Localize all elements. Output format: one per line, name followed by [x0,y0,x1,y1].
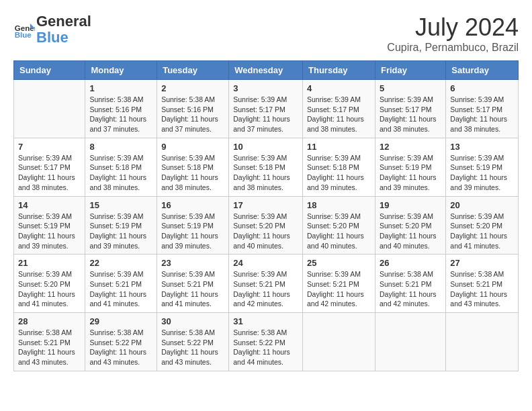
day-number: 5 [380,83,441,93]
calendar-cell: 27Sunrise: 5:38 AM Sunset: 5:21 PM Dayli… [446,255,519,313]
day-info: Sunrise: 5:39 AM Sunset: 5:21 PM Dayligh… [161,269,224,309]
day-number: 12 [380,142,441,152]
day-info: Sunrise: 5:39 AM Sunset: 5:18 PM Dayligh… [89,153,152,193]
calendar-table: SundayMondayTuesdayWednesdayThursdayFrid… [13,60,519,371]
day-info: Sunrise: 5:39 AM Sunset: 5:19 PM Dayligh… [161,212,224,251]
calendar-cell [14,80,85,138]
location: Cupira, Pernambuco, Brazil [387,42,519,54]
page-header: General Blue General Blue July 2024 Cupi… [13,13,519,54]
calendar-week-row: 21Sunrise: 5:39 AM Sunset: 5:20 PM Dayli… [14,255,519,313]
day-of-week-header: Thursday [303,61,375,80]
calendar-cell: 10Sunrise: 5:39 AM Sunset: 5:18 PM Dayli… [229,138,303,196]
day-info: Sunrise: 5:39 AM Sunset: 5:20 PM Dayligh… [307,212,371,251]
calendar-cell: 21Sunrise: 5:39 AM Sunset: 5:20 PM Dayli… [14,255,85,313]
calendar-cell: 9Sunrise: 5:39 AM Sunset: 5:18 PM Daylig… [157,138,229,196]
day-info: Sunrise: 5:39 AM Sunset: 5:17 PM Dayligh… [450,95,514,134]
day-info: Sunrise: 5:38 AM Sunset: 5:21 PM Dayligh… [380,269,441,309]
day-info: Sunrise: 5:38 AM Sunset: 5:16 PM Dayligh… [161,95,224,134]
day-info: Sunrise: 5:39 AM Sunset: 5:20 PM Dayligh… [233,212,298,251]
day-number: 11 [307,142,371,152]
calendar-cell: 30Sunrise: 5:38 AM Sunset: 5:22 PM Dayli… [157,313,229,371]
day-info: Sunrise: 5:38 AM Sunset: 5:22 PM Dayligh… [233,328,298,367]
day-info: Sunrise: 5:39 AM Sunset: 5:19 PM Dayligh… [89,212,152,251]
day-number: 8 [89,142,152,152]
day-of-week-header: Sunday [14,61,85,80]
calendar-cell: 1Sunrise: 5:38 AM Sunset: 5:16 PM Daylig… [85,80,157,138]
day-number: 17 [233,200,298,210]
calendar-cell: 7Sunrise: 5:39 AM Sunset: 5:17 PM Daylig… [14,138,85,196]
day-number: 1 [89,83,152,93]
calendar-cell: 2Sunrise: 5:38 AM Sunset: 5:16 PM Daylig… [157,80,229,138]
day-info: Sunrise: 5:39 AM Sunset: 5:17 PM Dayligh… [307,95,371,134]
calendar-cell: 13Sunrise: 5:39 AM Sunset: 5:19 PM Dayli… [446,138,519,196]
day-info: Sunrise: 5:39 AM Sunset: 5:17 PM Dayligh… [233,95,298,134]
calendar-cell: 11Sunrise: 5:39 AM Sunset: 5:18 PM Dayli… [303,138,375,196]
day-info: Sunrise: 5:39 AM Sunset: 5:19 PM Dayligh… [380,153,441,193]
day-number: 28 [18,316,81,326]
day-number: 23 [161,258,224,268]
day-info: Sunrise: 5:39 AM Sunset: 5:19 PM Dayligh… [18,212,81,251]
calendar-cell: 3Sunrise: 5:39 AM Sunset: 5:17 PM Daylig… [229,80,303,138]
calendar-cell [303,313,375,371]
day-number: 2 [161,83,224,93]
day-number: 24 [233,258,298,268]
calendar-cell: 20Sunrise: 5:39 AM Sunset: 5:20 PM Dayli… [446,196,519,255]
day-info: Sunrise: 5:39 AM Sunset: 5:18 PM Dayligh… [161,153,224,193]
calendar-cell: 19Sunrise: 5:39 AM Sunset: 5:20 PM Dayli… [375,196,445,255]
day-number: 16 [161,200,224,210]
calendar-cell: 16Sunrise: 5:39 AM Sunset: 5:19 PM Dayli… [157,196,229,255]
day-info: Sunrise: 5:39 AM Sunset: 5:20 PM Dayligh… [450,212,514,251]
calendar-cell: 28Sunrise: 5:38 AM Sunset: 5:21 PM Dayli… [14,313,85,371]
day-number: 14 [18,200,81,210]
calendar-week-row: 1Sunrise: 5:38 AM Sunset: 5:16 PM Daylig… [14,80,519,138]
calendar-cell: 12Sunrise: 5:39 AM Sunset: 5:19 PM Dayli… [375,138,445,196]
day-info: Sunrise: 5:39 AM Sunset: 5:21 PM Dayligh… [233,269,298,309]
calendar-cell: 4Sunrise: 5:39 AM Sunset: 5:17 PM Daylig… [303,80,375,138]
day-number: 26 [380,258,441,268]
title-block: July 2024 Cupira, Pernambuco, Brazil [387,13,519,54]
logo: General Blue General Blue [13,13,91,46]
day-info: Sunrise: 5:39 AM Sunset: 5:19 PM Dayligh… [450,153,514,193]
calendar-cell: 14Sunrise: 5:39 AM Sunset: 5:19 PM Dayli… [14,196,85,255]
day-number: 13 [450,142,514,152]
calendar-cell: 17Sunrise: 5:39 AM Sunset: 5:20 PM Dayli… [229,196,303,255]
day-of-week-header: Saturday [446,61,519,80]
calendar-cell: 26Sunrise: 5:38 AM Sunset: 5:21 PM Dayli… [375,255,445,313]
day-number: 29 [89,316,152,326]
day-info: Sunrise: 5:38 AM Sunset: 5:21 PM Dayligh… [450,269,514,309]
day-info: Sunrise: 5:39 AM Sunset: 5:21 PM Dayligh… [307,269,371,309]
calendar-cell: 22Sunrise: 5:39 AM Sunset: 5:21 PM Dayli… [85,255,157,313]
day-info: Sunrise: 5:39 AM Sunset: 5:17 PM Dayligh… [380,95,441,134]
day-of-week-header: Monday [85,61,157,80]
day-info: Sunrise: 5:38 AM Sunset: 5:22 PM Dayligh… [161,328,224,367]
calendar-week-row: 14Sunrise: 5:39 AM Sunset: 5:19 PM Dayli… [14,196,519,255]
day-number: 25 [307,258,371,268]
calendar-cell: 8Sunrise: 5:39 AM Sunset: 5:18 PM Daylig… [85,138,157,196]
day-info: Sunrise: 5:39 AM Sunset: 5:18 PM Dayligh… [307,153,371,193]
calendar-cell: 6Sunrise: 5:39 AM Sunset: 5:17 PM Daylig… [446,80,519,138]
svg-text:Blue: Blue [15,32,32,40]
logo-icon: General Blue [13,19,35,40]
day-number: 6 [450,83,514,93]
month-title: July 2024 [387,13,519,42]
day-of-week-header: Tuesday [157,61,229,80]
calendar-week-row: 7Sunrise: 5:39 AM Sunset: 5:17 PM Daylig… [14,138,519,196]
calendar-cell [375,313,445,371]
day-info: Sunrise: 5:39 AM Sunset: 5:21 PM Dayligh… [89,269,152,309]
calendar-cell: 31Sunrise: 5:38 AM Sunset: 5:22 PM Dayli… [229,313,303,371]
calendar-cell: 23Sunrise: 5:39 AM Sunset: 5:21 PM Dayli… [157,255,229,313]
day-info: Sunrise: 5:39 AM Sunset: 5:20 PM Dayligh… [380,212,441,251]
day-number: 4 [307,83,371,93]
day-info: Sunrise: 5:39 AM Sunset: 5:18 PM Dayligh… [233,153,298,193]
day-number: 9 [161,142,224,152]
day-number: 15 [89,200,152,210]
day-number: 19 [380,200,441,210]
calendar-cell [446,313,519,371]
calendar-cell: 15Sunrise: 5:39 AM Sunset: 5:19 PM Dayli… [85,196,157,255]
day-number: 18 [307,200,371,210]
day-of-week-header: Friday [375,61,445,80]
day-number: 27 [450,258,514,268]
day-number: 30 [161,316,224,326]
calendar-cell: 25Sunrise: 5:39 AM Sunset: 5:21 PM Dayli… [303,255,375,313]
day-info: Sunrise: 5:39 AM Sunset: 5:20 PM Dayligh… [18,269,81,309]
